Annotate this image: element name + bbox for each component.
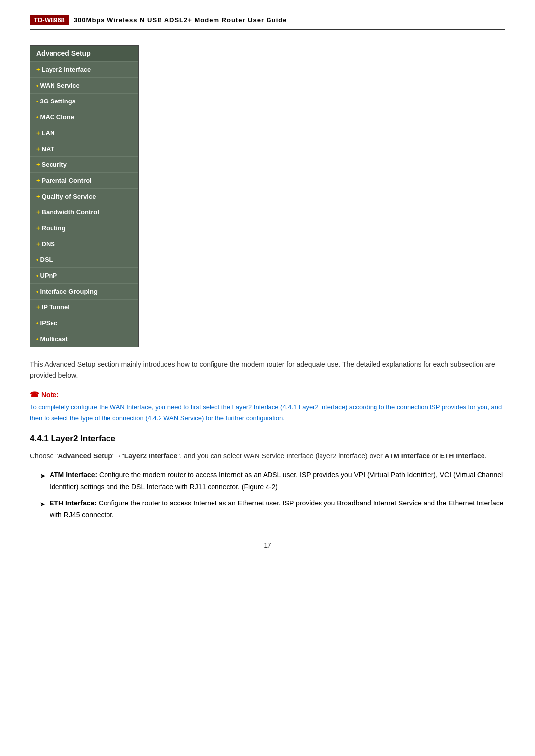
plus-icon: +: [36, 66, 40, 73]
sidebar-item-nat[interactable]: +NAT: [30, 141, 138, 157]
page-number: 17: [264, 541, 271, 549]
sidebar-nav: Advanced Setup +Layer2 Interface •WAN Se…: [30, 45, 139, 347]
sidebar-item-dsl[interactable]: •DSL: [30, 252, 138, 268]
plus-icon: +: [36, 240, 40, 248]
section-441-intro: Choose "Advanced Setup"→"Layer2 Interfac…: [30, 451, 505, 462]
sidebar-item-quality-of-service[interactable]: +Quality of Service: [30, 189, 138, 204]
atm-text: Configure the modem router to access Int…: [50, 471, 503, 491]
section-441-heading: 4.4.1 Layer2 Interface: [30, 434, 505, 444]
bullet-list: ➤ ATM Interface: Configure the modem rou…: [40, 469, 505, 521]
note-phone-icon: ☎: [30, 390, 39, 399]
note-section: ☎ Note: To completely configure the WAN …: [30, 390, 505, 424]
arrow-icon: ➤: [40, 499, 46, 521]
sidebar-item-ipsec[interactable]: •IPSec: [30, 315, 138, 331]
advanced-setup-label: Advanced Setup: [36, 50, 91, 57]
link-layer2[interactable]: 4.4.1 Layer2 Interface: [282, 403, 345, 411]
plus-icon: +: [36, 303, 40, 311]
eth-text: Configure the router to access Internet …: [50, 499, 504, 519]
note-label: ☎ Note:: [30, 390, 505, 399]
intro-paragraph: This Advanced Setup section mainly intro…: [30, 359, 505, 381]
sidebar-item-security[interactable]: +Security: [30, 157, 138, 173]
note-text: To completely configure the WAN Interfac…: [30, 402, 505, 424]
sidebar-item-lan[interactable]: +LAN: [30, 125, 138, 141]
eth-term: ETH Interface:: [50, 499, 97, 507]
arrow-icon: ➤: [40, 470, 46, 493]
section-441: 4.4.1 Layer2 Interface Choose "Advanced …: [30, 434, 505, 521]
sidebar-item-bandwidth-control[interactable]: +Bandwidth Control: [30, 204, 138, 220]
sidebar-item-ip-tunnel[interactable]: +IP Tunnel: [30, 300, 138, 315]
sidebar-item-layer2-interface[interactable]: +Layer2 Interface: [30, 62, 138, 78]
page-footer: 17: [30, 541, 505, 549]
model-badge: TD-W8968: [30, 15, 69, 25]
sidebar-item-parental-control[interactable]: +Parental Control: [30, 173, 138, 189]
plus-icon: +: [36, 129, 40, 137]
sidebar-item-mac-clone[interactable]: •MAC Clone: [30, 109, 138, 125]
plus-icon: +: [36, 224, 40, 232]
sidebar-item-dns[interactable]: +DNS: [30, 236, 138, 252]
dot-icon: •: [36, 256, 39, 263]
sidebar-item-upnp[interactable]: •UPnP: [30, 268, 138, 284]
sidebar-item-multicast[interactable]: •Multicast: [30, 331, 138, 347]
list-item-eth: ➤ ETH Interface: Configure the router to…: [40, 498, 505, 521]
dot-icon: •: [36, 319, 39, 327]
atm-term: ATM Interface:: [50, 471, 97, 479]
page-header: TD-W8968 300Mbps Wireless N USB ADSL2+ M…: [30, 15, 505, 30]
sidebar-item-3g-settings[interactable]: •3G Settings: [30, 94, 138, 109]
dot-icon: •: [36, 288, 39, 295]
list-item-atm: ➤ ATM Interface: Configure the modem rou…: [40, 469, 505, 493]
link-wan-service[interactable]: 4.4.2 WAN Service: [148, 414, 202, 422]
guide-title: 300Mbps Wireless N USB ADSL2+ Modem Rout…: [74, 16, 287, 24]
sidebar-menu: Advanced Setup +Layer2 Interface •WAN Se…: [30, 45, 139, 347]
plus-icon: +: [36, 177, 40, 184]
dot-icon: •: [36, 272, 39, 279]
sidebar-item-wan-service[interactable]: •WAN Service: [30, 78, 138, 94]
sidebar-item-routing[interactable]: +Routing: [30, 220, 138, 236]
sidebar-item-advanced-setup[interactable]: Advanced Setup: [30, 46, 138, 62]
dot-icon: •: [36, 98, 39, 105]
plus-icon: +: [36, 161, 40, 168]
sidebar-item-interface-grouping[interactable]: •Interface Grouping: [30, 284, 138, 300]
dot-icon: •: [36, 113, 39, 121]
dot-icon: •: [36, 82, 39, 89]
dot-icon: •: [36, 335, 39, 343]
plus-icon: +: [36, 193, 40, 200]
plus-icon: +: [36, 145, 40, 152]
plus-icon: +: [36, 208, 40, 216]
